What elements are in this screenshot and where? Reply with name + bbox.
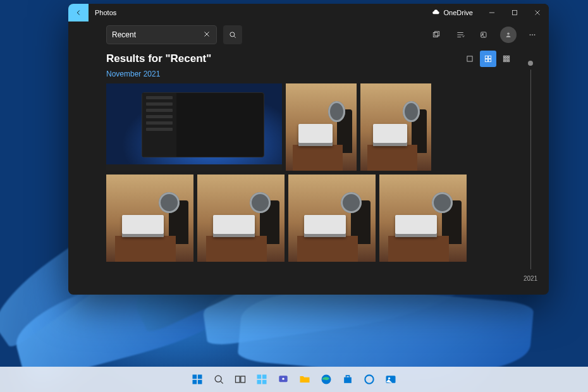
svg-rect-0	[513, 11, 517, 15]
svg-rect-30	[241, 376, 245, 383]
edge-button[interactable]	[317, 370, 336, 389]
results-title: Results for "Recent"	[106, 52, 211, 65]
edit-create-button[interactable]	[474, 25, 494, 44]
svg-point-6	[507, 33, 510, 35]
windows-taskbar	[0, 367, 588, 392]
photo-grid	[106, 83, 521, 171]
svg-rect-18	[503, 58, 505, 59]
svg-point-7	[530, 34, 531, 35]
timeline-handle-icon[interactable]	[528, 61, 533, 66]
svg-point-9	[534, 34, 536, 35]
date-group-link[interactable]: November 2021	[106, 70, 521, 78]
svg-rect-34	[262, 380, 267, 384]
svg-rect-27	[198, 380, 202, 384]
photos-taskbar-button[interactable]	[381, 370, 400, 389]
svg-point-38	[365, 375, 373, 383]
search-button[interactable]	[223, 25, 242, 44]
svg-rect-3	[435, 32, 439, 36]
photo-thumbnail[interactable]	[197, 175, 285, 262]
store-button[interactable]	[338, 370, 357, 389]
clear-search-icon[interactable]	[202, 30, 211, 40]
svg-rect-22	[506, 60, 507, 61]
svg-rect-23	[508, 60, 509, 61]
svg-rect-25	[198, 375, 202, 379]
svg-rect-14	[489, 59, 491, 62]
maximize-button[interactable]	[503, 4, 526, 21]
svg-point-40	[388, 377, 390, 379]
back-button[interactable]	[68, 4, 89, 21]
photo-thumbnail[interactable]	[286, 83, 357, 171]
taskbar-search-button[interactable]	[209, 370, 228, 389]
search-icon	[228, 30, 237, 39]
photo-grid-row	[106, 175, 521, 262]
svg-rect-32	[262, 375, 267, 379]
view-small-grid[interactable]	[498, 51, 515, 67]
view-single[interactable]	[462, 51, 478, 67]
search-query: Recent	[112, 30, 202, 39]
photo-thumbnail[interactable]	[379, 175, 467, 262]
svg-rect-33	[257, 380, 262, 384]
photo-thumbnail[interactable]	[106, 83, 282, 171]
svg-rect-26	[193, 380, 197, 384]
chat-button[interactable]	[274, 370, 293, 389]
photo-thumbnail[interactable]	[106, 175, 193, 262]
svg-rect-12	[489, 56, 491, 58]
task-view-button[interactable]	[231, 370, 250, 389]
titlebar: Photos OneDrive	[68, 4, 549, 21]
svg-rect-13	[485, 59, 487, 62]
timeline-scrubber[interactable]: 2021	[521, 51, 540, 295]
svg-point-8	[532, 34, 533, 35]
svg-point-36	[282, 378, 284, 380]
cortana-button[interactable]	[360, 370, 379, 389]
view-medium-grid[interactable]	[480, 51, 496, 67]
svg-rect-10	[467, 56, 472, 61]
search-input[interactable]: Recent	[106, 25, 217, 44]
svg-rect-20	[508, 58, 509, 59]
svg-rect-24	[193, 375, 197, 379]
photo-thumbnail[interactable]	[288, 175, 376, 262]
svg-rect-16	[506, 56, 507, 57]
account-button[interactable]	[498, 25, 518, 44]
toolbar: Recent	[68, 21, 549, 51]
widgets-button[interactable]	[252, 370, 271, 389]
select-button[interactable]	[450, 25, 470, 44]
more-button[interactable]	[522, 25, 542, 44]
cloud-icon	[432, 8, 441, 17]
svg-rect-29	[236, 376, 240, 383]
minimize-button[interactable]	[481, 4, 503, 21]
photos-app-window: Photos OneDrive Recent Results for "Rece…	[68, 4, 549, 295]
main-content: Results for "Recent" November 2021	[106, 51, 521, 295]
svg-rect-2	[433, 33, 438, 37]
timeline-year-label: 2021	[524, 275, 537, 282]
file-explorer-button[interactable]	[295, 370, 314, 389]
import-button[interactable]	[426, 25, 446, 44]
onedrive-label: OneDrive	[444, 9, 473, 16]
svg-point-28	[215, 376, 221, 382]
svg-point-1	[230, 32, 235, 37]
svg-rect-4	[481, 32, 486, 37]
onedrive-status[interactable]: OneDrive	[432, 8, 473, 17]
svg-rect-17	[508, 56, 509, 57]
svg-rect-11	[485, 56, 487, 58]
svg-rect-15	[503, 56, 505, 57]
photo-thumbnail[interactable]	[360, 83, 431, 171]
svg-rect-21	[503, 60, 505, 61]
app-title: Photos	[95, 9, 116, 16]
close-button[interactable]	[526, 4, 549, 21]
start-button[interactable]	[188, 370, 207, 389]
view-toggle-group	[462, 51, 515, 67]
person-icon	[504, 30, 513, 39]
svg-rect-31	[257, 375, 262, 379]
svg-rect-19	[506, 58, 507, 59]
